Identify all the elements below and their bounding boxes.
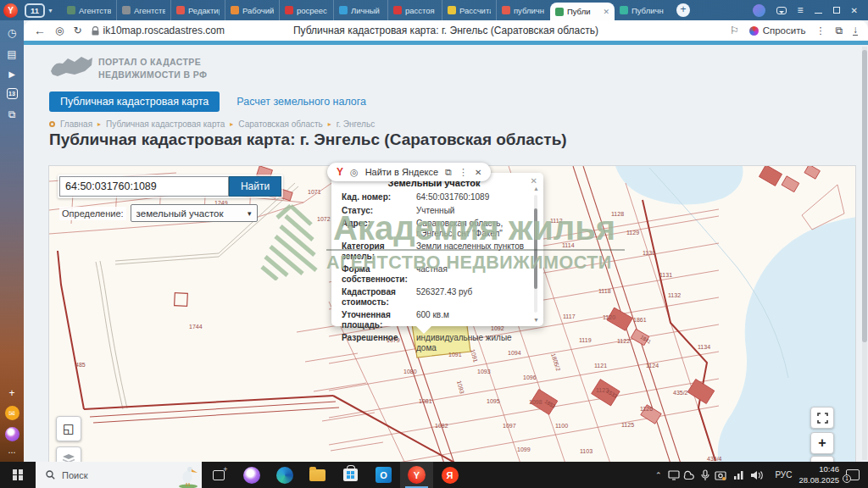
popup-close-icon[interactable]: ✕: [475, 168, 481, 177]
copy-icon[interactable]: ⧉: [445, 167, 452, 178]
breadcrumb-item-3[interactable]: г. Энгельс: [337, 119, 375, 129]
browser-tab-0[interactable]: Агентств: [62, 0, 116, 20]
alice-icon: [749, 26, 759, 36]
browser-tab-8[interactable]: публичн: [496, 0, 550, 20]
mail-icon[interactable]: ✉: [5, 406, 19, 420]
tabs-panel-icon[interactable]: ⧉: [8, 108, 16, 120]
taskbar-app-edge[interactable]: [268, 462, 301, 488]
browser-tab-6[interactable]: расстоя: [387, 0, 442, 20]
close-window-button[interactable]: ✕: [851, 6, 858, 15]
menu-icon[interactable]: ≡: [798, 4, 804, 16]
browser-tab-5[interactable]: Личный: [333, 0, 387, 20]
parcel-label: 1122: [617, 338, 630, 344]
breadcrumb-item-0[interactable]: Главная: [60, 119, 92, 129]
breadcrumb-item-1[interactable]: Публичная кадастровая карта: [106, 119, 225, 129]
action-center-icon[interactable]: 1: [846, 469, 860, 480]
taskbar-apps: O Y Я: [202, 462, 466, 488]
downloads-icon[interactable]: ↓: [853, 25, 858, 36]
nav-tab-cadastral-map[interactable]: Публичная кадастровая карта: [49, 92, 220, 112]
zoom-out-button[interactable]: −: [810, 456, 834, 462]
bookmark-icon[interactable]: ⚐: [730, 25, 739, 36]
taskbar-search[interactable]: Поиск: [36, 462, 202, 488]
start-button[interactable]: [0, 462, 36, 488]
find-in-yandex-button[interactable]: Найти в Яндексе: [365, 167, 438, 177]
browser-tab-2[interactable]: Редактир: [170, 0, 225, 20]
panel-row-5: Кадастровая стоимость:526327.43 руб: [342, 287, 526, 307]
tab-close-icon[interactable]: ✕: [603, 8, 609, 16]
taskbar-app-outlook[interactable]: O: [367, 462, 400, 488]
browser-tab-7[interactable]: Рассчита: [442, 0, 496, 20]
news-icon[interactable]: ▤: [7, 48, 16, 60]
fullscreen-button[interactable]: [810, 407, 834, 429]
zoom-in-button[interactable]: +: [810, 432, 834, 454]
panel-row-value: Саратовская область, г.Энгельс, снт "Фак…: [415, 219, 526, 238]
new-tab-button[interactable]: +: [676, 3, 690, 17]
parcel-search-button[interactable]: Найти: [229, 176, 281, 197]
browser-tab-4[interactable]: росреес: [279, 0, 333, 20]
more-icon[interactable]: ⋮: [815, 25, 825, 36]
add-icon[interactable]: +: [8, 387, 14, 399]
language-indicator[interactable]: РУС: [775, 470, 792, 480]
parcel-label: 1095: [487, 398, 500, 404]
panel-row-label: Адрес:: [342, 219, 415, 238]
windows-taskbar: Поиск O Y Я ⌃: [0, 462, 868, 488]
panels-icon[interactable]: ⧉: [835, 25, 843, 36]
panel-close-icon[interactable]: ✕: [531, 176, 537, 186]
page-scrollbar-thumb[interactable]: [862, 50, 867, 342]
minimize-button[interactable]: [815, 13, 822, 14]
browser-tab-1[interactable]: Агентств: [116, 0, 170, 20]
browser-tab-10[interactable]: Публичн: [615, 0, 669, 20]
taskbar-app-yandex-browser[interactable]: Y: [400, 462, 433, 488]
profile-avatar[interactable]: [753, 4, 765, 17]
parcel-label: 1118: [598, 288, 611, 294]
layers-button[interactable]: [56, 446, 81, 462]
tray-expand-icon[interactable]: ⌃: [655, 471, 662, 480]
ask-alice-button[interactable]: Спросить: [749, 25, 806, 36]
history-icon[interactable]: ◷: [8, 27, 16, 39]
restore-button[interactable]: [833, 7, 840, 14]
video-icon[interactable]: ▶: [8, 69, 15, 79]
tab-label: Рабочий: [242, 6, 274, 15]
screen: Y 11 ▼ АгентствАгентствРедактирРабочийро…: [0, 0, 868, 488]
dots-icon[interactable]: ⋯: [8, 448, 16, 457]
scroll-up-icon[interactable]: ▲: [533, 186, 539, 191]
panel-row-label: Уточненная площадь:: [342, 310, 415, 330]
browser-tab-9[interactable]: Публи✕: [550, 3, 615, 20]
taskbar-clock[interactable]: 10:46 28.08.2025: [798, 464, 839, 485]
nav-tab-land-tax[interactable]: Расчет земельного налога: [236, 96, 366, 108]
calendar-icon[interactable]: 13: [7, 88, 18, 99]
taskbar-app-explorer[interactable]: [301, 462, 334, 488]
browser-tab-3[interactable]: Рабочий: [225, 0, 279, 20]
site-logo-text: ПОРТАЛ О КАДАСТРЕ НЕДВИЖИМОСТИ В РФ: [98, 56, 207, 81]
chevron-down-icon[interactable]: ▼: [47, 8, 53, 14]
taskbar-app-store[interactable]: [334, 462, 367, 488]
scroll-down-icon[interactable]: ▼: [533, 317, 539, 323]
protect-icon[interactable]: ◎: [55, 25, 64, 36]
parcel-search-input[interactable]: [59, 176, 229, 197]
breadcrumb: Главная▸Публичная кадастровая карта▸Сара…: [49, 119, 375, 129]
address-bar[interactable]: ik10map.roscadastres.com: [92, 25, 225, 36]
alice-sidebar-icon[interactable]: [5, 427, 19, 441]
more-icon[interactable]: ⋮: [459, 167, 468, 178]
extent-button[interactable]: ◱: [56, 416, 81, 441]
parcel-label: 1132: [668, 292, 681, 298]
parcel-label: 1128: [611, 211, 624, 217]
site-nav: Публичная кадастровая карта Расчет земел…: [49, 92, 366, 112]
tab-counter[interactable]: 11: [25, 3, 45, 18]
definition-row: Определение: земельный участок▾: [59, 204, 258, 222]
tray-icons[interactable]: [668, 469, 768, 481]
reload-icon[interactable]: ↻: [73, 25, 81, 36]
panel-scrollbar-thumb[interactable]: [534, 208, 537, 289]
search-circle-icon: ◎: [350, 167, 359, 178]
yandex-browser-icon[interactable]: Y: [3, 3, 18, 18]
breadcrumb-item-2[interactable]: Саратовская область: [238, 119, 322, 129]
taskbar-app-alice[interactable]: [235, 462, 268, 488]
cadastral-map[interactable]: 1249125010711072174448510791080108110821…: [48, 165, 856, 462]
chat-icon[interactable]: [776, 7, 787, 14]
parcel-label: 1096: [523, 374, 537, 380]
back-icon[interactable]: ←: [34, 24, 46, 37]
definition-select[interactable]: земельный участок▾: [131, 204, 258, 222]
taskbar-app-task-view[interactable]: [202, 462, 235, 488]
parcel-label: 1071: [308, 189, 321, 195]
taskbar-app-yandex[interactable]: Я: [433, 462, 466, 488]
